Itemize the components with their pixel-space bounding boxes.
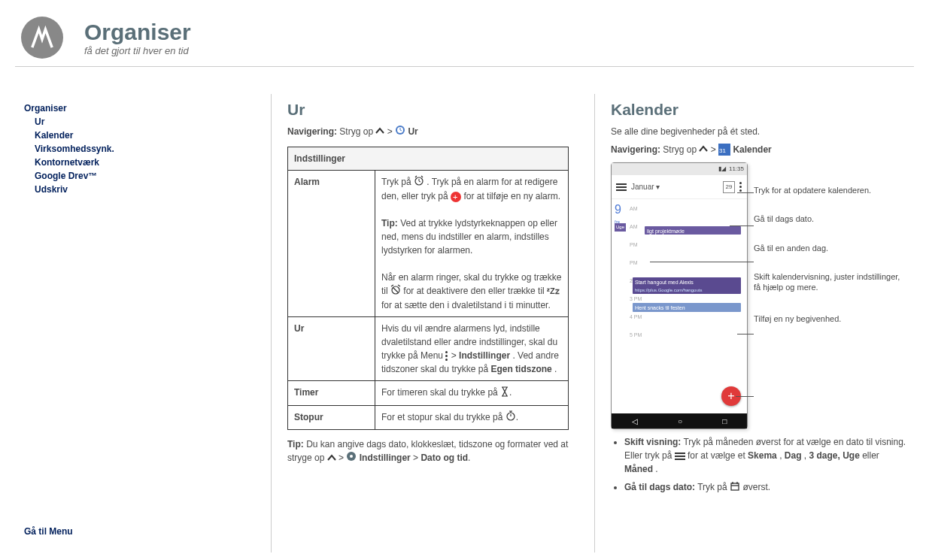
sidebar-nav: Organiser Ur Kalender Virksomhedssynk. K… (24, 101, 175, 196)
today-button[interactable]: 29 (723, 181, 735, 193)
title-block: Organiser få det gjort til hver en tid (84, 20, 191, 56)
settings-table: Indstillinger Alarm Tryk på . Tryk på en… (287, 147, 569, 430)
row-stopur-text: For et stopur skal du trykke på . (375, 405, 569, 429)
kalender-nav-line: Navigering: Stryg op > Kalender (611, 143, 908, 157)
sidebar-item-virksomhedssynk[interactable]: Virksomhedssynk. (35, 144, 114, 154)
week-label: Uge (615, 223, 626, 232)
svg-rect-8 (731, 483, 739, 490)
hamburger-menu-icon[interactable] (616, 183, 627, 191)
phone-callouts: Tryk for at opdatere kalenderen. Gå til … (754, 182, 908, 343)
sidebar-item-organiser[interactable]: Organiser (24, 103, 67, 114)
bullet-gaa-til-dags-dato: Gå til dags dato: Tryk på øverst. (624, 480, 908, 495)
chevron-up-icon (327, 452, 336, 465)
column-ur: Ur Navigering: Stryg op > Ur Indstilling… (287, 98, 577, 465)
sidebar-item-kalender[interactable]: Kalender (35, 130, 73, 141)
go-to-menu-link[interactable]: Gå til Menu (24, 526, 73, 537)
add-icon (451, 192, 461, 202)
row-timer-text: For timeren skal du trykke på . (375, 381, 569, 405)
alarm-clock-icon (414, 175, 424, 189)
sidebar-item-ur[interactable]: Ur (35, 117, 44, 127)
bullet-skift-visning: Skift visning: Tryk på måneden øverst fo… (624, 435, 908, 476)
stopwatch-icon (505, 410, 516, 425)
calendar-app-icon (718, 144, 730, 156)
event-item[interactable]: ligt projektmøde (645, 226, 741, 235)
ur-nav-line: Navigering: Stryg op > Ur (287, 125, 577, 139)
event-item[interactable]: Hent snacks til festen (633, 303, 741, 312)
phone-date-number[interactable]: 9fre (615, 201, 621, 226)
svg-point-7 (350, 455, 353, 458)
snooze-zzz-icon: ᶻZᴢ (547, 286, 560, 295)
hourglass-icon (500, 386, 509, 401)
kalender-bullets: Skift visning: Tryk på måneden øverst fo… (611, 435, 908, 495)
chevron-up-icon (375, 125, 384, 138)
row-ur-text: Hvis du vil ændre alarmens lyd, indstill… (375, 317, 569, 381)
header-divider (15, 66, 914, 67)
phone-timeline[interactable]: AM AM PM PM 2 PM 3 PM 4 PM 5 PM ligt pro… (630, 205, 744, 412)
nav-label: Navigering: (287, 126, 337, 137)
callout-today: Gå til dags dato. (754, 213, 908, 224)
row-alarm-text: Tryk på . Tryk på en alarm for at redige… (375, 170, 569, 317)
nav-swipe-text: Stryg op (339, 126, 373, 137)
page-header: Organiser få det gjort til hver en tid (0, 0, 929, 59)
event-item[interactable]: Start hangout med Alexis https://plus.Go… (633, 277, 741, 294)
sidebar-item-udskriv[interactable]: Udskriv (35, 184, 68, 195)
callout-change-view: Skift kalendervisning, juster indstillin… (754, 271, 908, 293)
clock-app-icon (395, 125, 405, 139)
phone-navbar: ◁ ○ □ (612, 413, 747, 428)
phone-statusbar: ▮◢ 11:35 (612, 163, 747, 175)
nav-home-icon[interactable]: ○ (678, 416, 682, 427)
nav-back-icon[interactable]: ◁ (632, 416, 638, 427)
column-separator-2 (594, 94, 595, 552)
row-stopur-label: Stopur (288, 405, 375, 429)
page-title: Organiser (84, 20, 191, 45)
overflow-menu-icon (445, 351, 448, 362)
hamburger-menu-icon (675, 453, 685, 460)
callout-add-event: Tilføj en ny begivenhed. (754, 313, 908, 324)
nav-recent-icon[interactable]: □ (722, 416, 727, 427)
column-separator-1 (271, 94, 272, 552)
tip-footer: Tip: Du kan angive dags dato, klokkeslæt… (287, 437, 569, 465)
page-subtitle: få det gjort til hver en tid (84, 45, 191, 56)
ur-heading: Ur (287, 98, 577, 122)
kalender-intro: Se alle dine begivenheder på ét sted. (611, 125, 908, 138)
dismiss-alarm-icon (390, 284, 401, 298)
motorola-logo-icon (21, 17, 63, 59)
callout-update: Tryk for at opdatere kalenderen. (754, 185, 908, 195)
phone-time: 11:35 (729, 165, 744, 174)
row-ur-label: Ur (288, 317, 375, 381)
row-alarm-label: Alarm (288, 170, 375, 317)
phone-topbar: Januar ▾ 29 (612, 175, 747, 199)
phone-month-selector[interactable]: Januar ▾ (631, 181, 723, 192)
row-timer-label: Timer (288, 381, 375, 405)
tip-label: Tip: (381, 218, 398, 229)
overflow-menu-icon[interactable] (739, 182, 742, 192)
settings-header: Indstillinger (288, 147, 569, 170)
chevron-up-icon (699, 143, 708, 156)
settings-gear-icon (346, 451, 357, 465)
kalender-heading: Kalender (611, 98, 908, 122)
callout-other-day: Gå til en anden dag. (754, 243, 908, 253)
phone-mockup: ▮◢ 11:35 Januar ▾ 29 9fre Uge AM AM PM P… (611, 162, 748, 429)
sidebar-item-google-drev[interactable]: Google Drev™ (35, 171, 97, 181)
today-icon (730, 481, 740, 495)
sidebar-item-kontornetvaerk[interactable]: Kontornetværk (35, 157, 99, 168)
nav-app-name: Ur (408, 126, 417, 137)
